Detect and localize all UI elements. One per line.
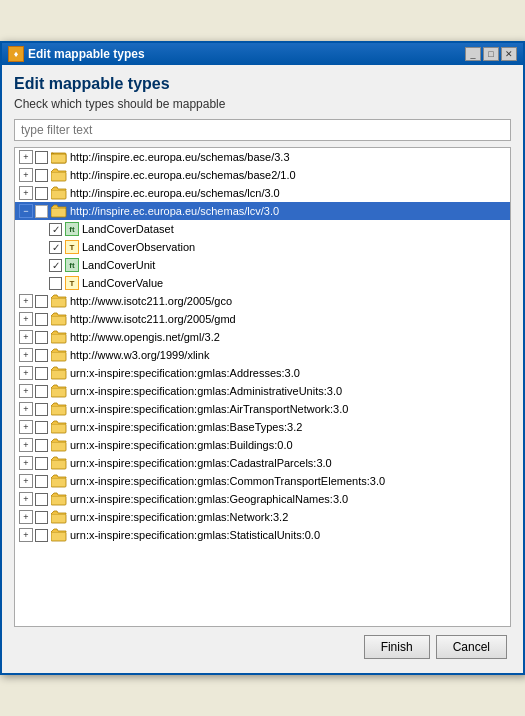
- title-bar: ♦ Edit mappable types _ □ ✕: [2, 43, 523, 65]
- expand-button[interactable]: +: [19, 312, 33, 326]
- row-checkbox[interactable]: [35, 403, 48, 416]
- row-checkbox[interactable]: [49, 259, 62, 272]
- row-checkbox[interactable]: [35, 187, 48, 200]
- maximize-button[interactable]: □: [483, 47, 499, 61]
- svg-rect-12: [51, 424, 66, 433]
- tree-row[interactable]: + http://www.w3.org/1999/xlink: [15, 346, 510, 364]
- type-badge-t: T: [65, 240, 79, 254]
- row-checkbox[interactable]: [35, 421, 48, 434]
- folder-icon: [51, 366, 67, 380]
- tree-row[interactable]: + urn:x-inspire:specification:gmlas:Cada…: [15, 454, 510, 472]
- item-label: urn:x-inspire:specification:gmlas:Common…: [70, 475, 385, 487]
- svg-rect-7: [51, 334, 66, 343]
- expand-button[interactable]: +: [19, 510, 33, 524]
- tree-row[interactable]: − http://inspire.ec.europa.eu/schemas/lc…: [15, 202, 510, 220]
- window-title: Edit mappable types: [28, 47, 145, 61]
- expand-button[interactable]: +: [19, 366, 33, 380]
- item-label: urn:x-inspire:specification:gmlas:Admini…: [70, 385, 342, 397]
- row-checkbox[interactable]: [35, 331, 48, 344]
- row-checkbox[interactable]: [35, 169, 48, 182]
- tree-row[interactable]: + urn:x-inspire:specification:gmlas:AirT…: [15, 400, 510, 418]
- item-label: http://www.opengis.net/gml/3.2: [70, 331, 220, 343]
- tree-row[interactable]: + urn:x-inspire:specification:gmlas:Addr…: [15, 364, 510, 382]
- tree-row[interactable]: + urn:x-inspire:specification:gmlas:Comm…: [15, 472, 510, 490]
- type-badge-t: T: [65, 276, 79, 290]
- row-checkbox[interactable]: [35, 349, 48, 362]
- expand-button[interactable]: +: [19, 456, 33, 470]
- expand-button[interactable]: +: [19, 294, 33, 308]
- expand-button[interactable]: +: [19, 420, 33, 434]
- folder-icon: [51, 474, 67, 488]
- row-checkbox[interactable]: [35, 385, 48, 398]
- tree-row[interactable]: + urn:x-inspire:specification:gmlas:Buil…: [15, 436, 510, 454]
- tree-row[interactable]: + http://www.isotc211.org/2005/gco: [15, 292, 510, 310]
- svg-rect-8: [51, 352, 66, 361]
- expand-button[interactable]: +: [19, 474, 33, 488]
- svg-rect-2: [51, 172, 66, 181]
- item-label: http://www.isotc211.org/2005/gco: [70, 295, 232, 307]
- row-checkbox[interactable]: [35, 457, 48, 470]
- title-buttons: _ □ ✕: [465, 47, 517, 61]
- expand-button[interactable]: +: [19, 150, 33, 164]
- tree-row[interactable]: T LandCoverValue: [15, 274, 510, 292]
- row-checkbox[interactable]: [35, 493, 48, 506]
- row-checkbox[interactable]: [35, 475, 48, 488]
- tree-row[interactable]: T LandCoverObservation: [15, 238, 510, 256]
- row-checkbox[interactable]: [35, 295, 48, 308]
- row-checkbox[interactable]: [35, 367, 48, 380]
- item-label: http://inspire.ec.europa.eu/schemas/base…: [70, 151, 290, 163]
- expand-button[interactable]: +: [19, 528, 33, 542]
- item-label: LandCoverObservation: [82, 241, 195, 253]
- tree-row[interactable]: + http://inspire.ec.europa.eu/schemas/lc…: [15, 184, 510, 202]
- expand-button[interactable]: +: [19, 330, 33, 344]
- row-checkbox[interactable]: [35, 511, 48, 524]
- tree-row[interactable]: + urn:x-inspire:specification:gmlas:Admi…: [15, 382, 510, 400]
- tree-row[interactable]: + urn:x-inspire:specification:gmlas:Base…: [15, 418, 510, 436]
- row-checkbox[interactable]: [35, 205, 48, 218]
- row-checkbox[interactable]: [49, 241, 62, 254]
- row-checkbox[interactable]: [49, 223, 62, 236]
- folder-icon: [51, 420, 67, 434]
- row-checkbox[interactable]: [35, 529, 48, 542]
- folder-icon: [51, 402, 67, 416]
- tree-row[interactable]: + urn:x-inspire:specification:gmlas:Geog…: [15, 490, 510, 508]
- expand-button[interactable]: +: [19, 186, 33, 200]
- svg-rect-5: [51, 298, 66, 307]
- minimize-button[interactable]: _: [465, 47, 481, 61]
- tree-container: + http://inspire.ec.europa.eu/schemas/ba…: [14, 147, 511, 627]
- row-checkbox[interactable]: [35, 439, 48, 452]
- svg-rect-11: [51, 406, 66, 415]
- tree-row[interactable]: + http://www.opengis.net/gml/3.2: [15, 328, 510, 346]
- expand-button[interactable]: +: [19, 168, 33, 182]
- expand-button[interactable]: +: [19, 384, 33, 398]
- tree-row[interactable]: + urn:x-inspire:specification:gmlas:Stat…: [15, 526, 510, 544]
- tree-row[interactable]: + urn:x-inspire:specification:gmlas:Netw…: [15, 508, 510, 526]
- no-expand: [33, 276, 47, 290]
- tree-row[interactable]: ft LandCoverUnit: [15, 256, 510, 274]
- tree-row[interactable]: + http://inspire.ec.europa.eu/schemas/ba…: [15, 148, 510, 166]
- type-badge-ft: ft: [65, 258, 79, 272]
- expand-button[interactable]: +: [19, 402, 33, 416]
- cancel-button[interactable]: Cancel: [436, 635, 507, 659]
- expand-button[interactable]: +: [19, 438, 33, 452]
- expand-button[interactable]: −: [19, 204, 33, 218]
- folder-icon: [51, 510, 67, 524]
- row-checkbox[interactable]: [35, 313, 48, 326]
- expand-button[interactable]: +: [19, 492, 33, 506]
- expand-button[interactable]: +: [19, 348, 33, 362]
- folder-icon: [51, 492, 67, 506]
- no-expand: [33, 240, 47, 254]
- filter-input[interactable]: [14, 119, 511, 141]
- title-bar-left: ♦ Edit mappable types: [8, 46, 145, 62]
- close-button[interactable]: ✕: [501, 47, 517, 61]
- row-checkbox[interactable]: [35, 151, 48, 164]
- finish-button[interactable]: Finish: [364, 635, 430, 659]
- tree-row[interactable]: ft LandCoverDataset: [15, 220, 510, 238]
- main-window: ♦ Edit mappable types _ □ ✕ Edit mappabl…: [0, 41, 525, 675]
- svg-rect-14: [51, 460, 66, 469]
- type-badge-ft: ft: [65, 222, 79, 236]
- row-checkbox[interactable]: [49, 277, 62, 290]
- tree-row[interactable]: + http://inspire.ec.europa.eu/schemas/ba…: [15, 166, 510, 184]
- tree-row[interactable]: + http://www.isotc211.org/2005/gmd: [15, 310, 510, 328]
- svg-rect-10: [51, 388, 66, 397]
